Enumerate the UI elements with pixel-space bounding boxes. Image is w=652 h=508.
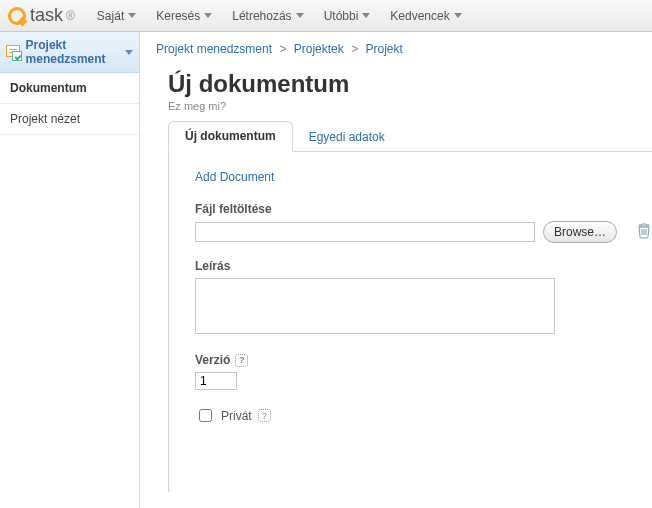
chevron-down-icon bbox=[362, 13, 370, 18]
field-description: Leírás bbox=[195, 259, 626, 337]
menu-label: Létrehozás bbox=[232, 9, 291, 23]
add-document-link[interactable]: Add Document bbox=[195, 170, 274, 184]
page-hint-link[interactable]: Ez meg mi? bbox=[140, 98, 652, 122]
breadcrumb: Projekt menedzsment > Projektek > Projek… bbox=[140, 42, 652, 62]
sidebar: Projekt menedzsment Dokumentum Projekt n… bbox=[0, 32, 140, 508]
sidebar-item-label: Projekt nézet bbox=[10, 112, 80, 126]
field-version: Verzió ? bbox=[195, 353, 626, 390]
sidebar-item-dokumentum[interactable]: Dokumentum bbox=[0, 73, 139, 104]
description-textarea[interactable] bbox=[195, 278, 555, 334]
sidebar-item-label: Dokumentum bbox=[10, 81, 87, 95]
app-logo: task ® bbox=[8, 5, 75, 26]
tab-label: Új dokumentum bbox=[185, 129, 276, 143]
breadcrumb-link[interactable]: Projekt bbox=[366, 42, 403, 56]
description-label: Leírás bbox=[195, 259, 626, 273]
private-checkbox[interactable] bbox=[199, 409, 212, 422]
breadcrumb-separator: > bbox=[279, 42, 286, 56]
tab-bar: Új dokumentum Egyedi adatok bbox=[168, 122, 652, 152]
chevron-down-icon bbox=[204, 13, 212, 18]
project-management-icon bbox=[6, 45, 20, 59]
menu-kedvencek[interactable]: Kedvencek bbox=[380, 0, 471, 32]
menu-label: Utóbbi bbox=[324, 9, 359, 23]
sidebar-header-label: Projekt menedzsment bbox=[26, 38, 119, 66]
chevron-down-icon bbox=[128, 13, 136, 18]
menu-label: Keresés bbox=[156, 9, 200, 23]
version-label: Verzió bbox=[195, 353, 230, 367]
form-panel: Add Document Fájl feltöltése Browse… Leí… bbox=[168, 152, 652, 492]
chevron-down-icon bbox=[454, 13, 462, 18]
private-label: Privát bbox=[221, 409, 252, 423]
chevron-down-icon bbox=[296, 13, 304, 18]
file-path-input[interactable] bbox=[195, 222, 535, 242]
menu-utobbi[interactable]: Utóbbi bbox=[314, 0, 381, 32]
breadcrumb-separator: > bbox=[351, 42, 358, 56]
browse-button[interactable]: Browse… bbox=[543, 221, 617, 243]
field-private: Privát ? bbox=[195, 406, 626, 425]
breadcrumb-link[interactable]: Projektek bbox=[294, 42, 344, 56]
menu-kereses[interactable]: Keresés bbox=[146, 0, 222, 32]
logo-mark-icon bbox=[8, 7, 26, 25]
trash-svg bbox=[637, 223, 651, 239]
tab-egyedi-adatok[interactable]: Egyedi adatok bbox=[293, 123, 401, 152]
trash-icon[interactable] bbox=[637, 223, 651, 242]
help-icon[interactable]: ? bbox=[258, 409, 271, 422]
main-content: Projekt menedzsment > Projektek > Projek… bbox=[140, 32, 652, 508]
help-icon[interactable]: ? bbox=[235, 354, 248, 367]
tab-uj-dokumentum[interactable]: Új dokumentum bbox=[168, 121, 293, 152]
field-file: Fájl feltöltése Browse… bbox=[195, 202, 626, 243]
logo-suffix: ® bbox=[66, 9, 75, 23]
sidebar-item-projekt-nezet[interactable]: Projekt nézet bbox=[0, 104, 139, 135]
file-label: Fájl feltöltése bbox=[195, 202, 626, 216]
sidebar-header[interactable]: Projekt menedzsment bbox=[0, 32, 139, 73]
top-menubar: task ® Saját Keresés Létrehozás Utóbbi K… bbox=[0, 0, 652, 32]
menu-label: Kedvencek bbox=[390, 9, 449, 23]
tab-label: Egyedi adatok bbox=[309, 130, 385, 144]
menu-label: Saját bbox=[97, 9, 124, 23]
menu-sajat[interactable]: Saját bbox=[87, 0, 146, 32]
page-title: Új dokumentum bbox=[140, 62, 652, 98]
menu-letrehozas[interactable]: Létrehozás bbox=[222, 0, 313, 32]
logo-text: task bbox=[30, 5, 63, 26]
chevron-down-icon bbox=[125, 50, 133, 55]
version-input[interactable] bbox=[195, 372, 237, 390]
breadcrumb-link[interactable]: Projekt menedzsment bbox=[156, 42, 272, 56]
